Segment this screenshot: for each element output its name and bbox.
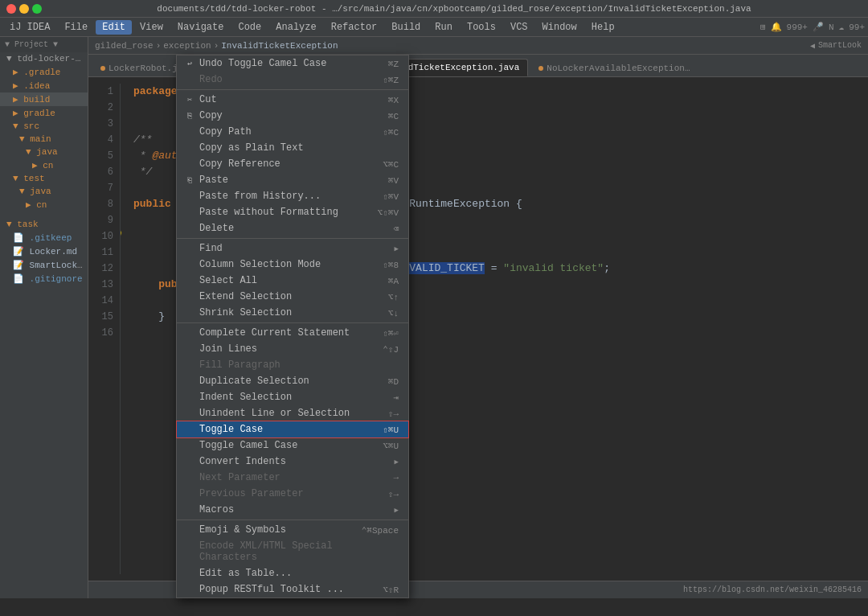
menu-delete[interactable]: Delete ⌫: [177, 220, 408, 236]
menu-popup-restful[interactable]: Popup RESTful Toolkit ... ⌥⇧R: [177, 581, 408, 598]
menu-paste-no-format[interactable]: Paste without Formatting ⌥⇧⌘V: [177, 204, 408, 220]
title-bar: documents/tdd/tdd-locker-robot - …/src/m…: [0, 0, 868, 18]
mic-icon[interactable]: 🎤: [813, 22, 824, 32]
menu-paste[interactable]: ⎗ Paste ⌘V: [177, 172, 408, 188]
tab-dot-lockerrobot: [100, 66, 105, 71]
status-url: https://blog.csdn.net/weixin_46285416: [683, 585, 862, 594]
menu-bar: iJ IDEA File Edit View Navigate Code Ana…: [0, 18, 868, 37]
sidebar-item-task[interactable]: ▼ task: [0, 218, 88, 231]
menu-copy-reference[interactable]: Copy Reference ⌥⌘C: [177, 156, 408, 172]
editor-area: gilded_rose › exception › InvalidTicketE…: [88, 37, 868, 598]
sidebar-item-gradle2[interactable]: ▶ gradle: [0, 106, 88, 120]
separator-3: [177, 322, 408, 323]
menu-paste-history[interactable]: Paste from History... ⇧⌘V: [177, 188, 408, 204]
menu-navigate[interactable]: Navigate: [171, 20, 231, 35]
copy-icon: ⎘: [183, 112, 196, 121]
menu-vcs[interactable]: VCS: [504, 20, 534, 35]
menu-window[interactable]: Window: [536, 20, 583, 35]
menu-redo: Redo ⇧⌘Z: [177, 72, 408, 88]
menu-cut[interactable]: ✂ Cut ⌘X: [177, 92, 408, 108]
sidebar-item-main[interactable]: ▼ main: [0, 133, 88, 146]
menu-undo-toggle-camel[interactable]: ↩ Undo Toggle Camel Case ⌘Z: [177, 55, 408, 72]
menu-copy[interactable]: ⎘ Copy ⌘C: [177, 108, 408, 124]
menu-toggle-case[interactable]: Toggle Case ⇧⌘U: [177, 421, 408, 437]
cloud-icon[interactable]: ☁: [839, 22, 845, 32]
menu-column-select[interactable]: Column Selection Mode ⇧⌘8: [177, 257, 408, 273]
menu-help[interactable]: Help: [585, 20, 621, 35]
menu-prev-param: Previous Parameter ⇧→: [177, 486, 408, 502]
menu-duplicate[interactable]: Duplicate Selection ⌘D: [177, 373, 408, 389]
smartlook-icon: ◀: [810, 41, 815, 51]
window-title: documents/tdd/tdd-locker-robot - …/src/m…: [47, 4, 862, 14]
tab-nolocker[interactable]: NoLockerAvailableException…: [530, 60, 698, 76]
sidebar-item-idea[interactable]: ▶ .idea: [0, 79, 88, 92]
top-bar-icons: ⊞ 🔔 999+ 🎤 N ☁ 99+: [760, 22, 865, 32]
sidebar-item-build[interactable]: ▶ build: [0, 92, 88, 106]
sidebar-item-gitignore[interactable]: 📄 .gitignore: [0, 272, 88, 285]
cut-icon: ✂: [183, 95, 196, 105]
menu-complete-statement[interactable]: Complete Current Statement ⇧⌘⏎: [177, 325, 408, 341]
separator-1: [177, 89, 408, 90]
menu-find[interactable]: Find: [177, 240, 408, 257]
minimize-button[interactable]: [19, 4, 29, 14]
network-icon[interactable]: N: [829, 23, 834, 32]
menu-indent[interactable]: Indent Selection ⇥: [177, 389, 408, 405]
menu-analyze[interactable]: Analyze: [269, 20, 322, 35]
breadcrumb-class[interactable]: InvalidTicketException: [221, 41, 338, 51]
smartlook-label: SmartLook: [818, 41, 862, 50]
menu-tools[interactable]: Tools: [461, 20, 502, 35]
menu-build[interactable]: Build: [385, 20, 427, 35]
sidebar-item-gitkeep[interactable]: 📄 .gitkeep: [0, 231, 88, 244]
sidebar-item-test[interactable]: ▼ test: [0, 172, 88, 185]
menu-shrink-selection[interactable]: Shrink Selection ⌥↓: [177, 305, 408, 321]
menu-fill-paragraph: Fill Paragraph: [177, 357, 408, 373]
bell-icon[interactable]: 🔔: [771, 22, 782, 32]
menu-file[interactable]: File: [58, 20, 94, 35]
sidebar-item-smartlocker-md[interactable]: 📝 SmartLockerRobot.md: [0, 258, 88, 272]
status-icon: 999+: [787, 23, 808, 32]
menu-refactor[interactable]: Refactor: [325, 20, 384, 35]
context-menu: ↩ Undo Toggle Camel Case ⌘Z Redo ⇧⌘Z ✂ C…: [176, 55, 409, 598]
menu-next-param: Next Parameter →: [177, 470, 408, 486]
menu-join-lines[interactable]: Join Lines ⌃⇧J: [177, 341, 408, 357]
undo-icon: ↩: [183, 59, 196, 68]
sidebar-item-gradle[interactable]: ▶ .gradle: [0, 65, 88, 79]
menu-code[interactable]: Code: [231, 20, 268, 35]
line-numbers: 1 2 3 4 5 6 7 8 9 10 11 12 13 14 15 16: [88, 84, 121, 574]
sidebar-item-root[interactable]: ▼ tdd-locker-…: [0, 52, 88, 65]
sidebar: ▼ Project ▼ ▼ tdd-locker-… ▶ .gradle ▶ .…: [0, 37, 88, 598]
menu-idea[interactable]: iJ IDEA: [3, 20, 56, 35]
traffic-lights: [6, 4, 42, 14]
sidebar-item-locker-md[interactable]: 📝 Locker.md: [0, 244, 88, 258]
convert-indents-arrow: [391, 456, 399, 467]
breadcrumb-gilded-rose[interactable]: gilded_rose: [95, 41, 154, 51]
menu-view[interactable]: View: [133, 20, 170, 35]
sidebar-header: ▼ Project ▼: [0, 37, 88, 52]
menu-unindent[interactable]: Unindent Line or Selection ⇧→: [177, 405, 408, 421]
menu-emoji-symbols[interactable]: Emoji & Symbols ⌃⌘Space: [177, 522, 408, 538]
sidebar-item-java[interactable]: ▼ java: [0, 146, 88, 158]
tab-dot-nolocker: [538, 66, 543, 71]
menu-extend-selection[interactable]: Extend Selection ⌥↑: [177, 289, 408, 305]
menu-select-all[interactable]: Select All ⌘A: [177, 273, 408, 289]
layout-icon[interactable]: ⊞: [760, 22, 766, 32]
sidebar-item-test-cn[interactable]: ▶ cn: [0, 198, 88, 211]
find-submenu-arrow: [391, 243, 399, 254]
sidebar-item-test-java[interactable]: ▼ java: [0, 185, 88, 198]
breadcrumb-exception[interactable]: exception: [163, 41, 211, 51]
menu-run[interactable]: Run: [428, 20, 459, 35]
sidebar-item-cn[interactable]: ▶ cn: [0, 158, 88, 172]
sidebar-item-src[interactable]: ▼ src: [0, 120, 88, 133]
menu-copy-plain-text[interactable]: Copy as Plain Text: [177, 140, 408, 156]
menu-edit-as-table[interactable]: Edit as Table...: [177, 565, 408, 581]
close-button[interactable]: [6, 4, 16, 14]
battery-icon: 99+: [849, 23, 865, 32]
menu-convert-indents[interactable]: Convert Indents: [177, 454, 408, 470]
maximize-button[interactable]: [32, 4, 42, 14]
menu-macros[interactable]: Macros: [177, 502, 408, 518]
menu-toggle-camel[interactable]: Toggle Camel Case ⌥⌘U: [177, 437, 408, 454]
macros-arrow: [391, 504, 399, 515]
menu-copy-path[interactable]: Copy Path ⇧⌘C: [177, 124, 408, 140]
menu-edit[interactable]: Edit: [96, 20, 132, 35]
lightbulb-icon[interactable]: 💡: [121, 228, 124, 244]
